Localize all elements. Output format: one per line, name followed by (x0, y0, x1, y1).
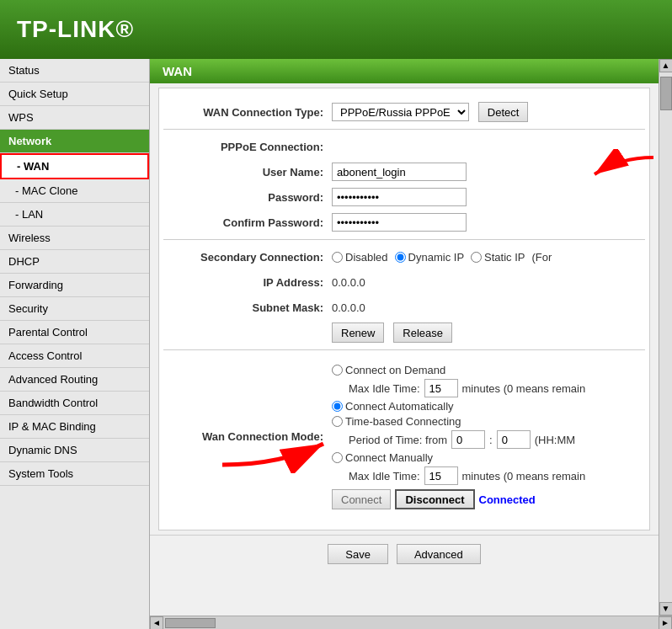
connection-mode-section: Connect on Demand Max Idle Time: minutes… (332, 364, 645, 509)
for-label: (For (531, 251, 552, 264)
username-label: User Name: (163, 166, 332, 179)
minutes-label-2: minutes (0 means remain (462, 470, 586, 482)
sidebar-item-network[interactable]: Network (0, 130, 149, 153)
ip-address-label: IP Address: (163, 276, 332, 289)
period-colon: : (489, 434, 493, 446)
time-based-option: Time-based Connecting (332, 415, 645, 428)
advanced-button[interactable]: Advanced (397, 544, 481, 564)
wan-connection-type-value: PPPoE/Russia PPPoE Detect (332, 102, 645, 122)
dynamic-ip-radio[interactable] (395, 252, 406, 263)
sidebar-item-wps[interactable]: WPS (0, 106, 149, 130)
detect-button[interactable]: Detect (478, 102, 529, 122)
sidebar-item-system-tools[interactable]: System Tools (0, 462, 149, 486)
page-title: WAN (150, 59, 659, 83)
scroll-thumb[interactable] (660, 77, 672, 110)
connect-manually-label: Connect Manually (345, 451, 433, 464)
static-ip-radio[interactable] (471, 252, 482, 263)
static-ip-label: Static IP (484, 251, 525, 264)
period-of-time-row: Period of Time: from : (HH:MM (349, 430, 645, 449)
sidebar: Status Quick Setup WPS Network - WAN - M… (0, 59, 150, 629)
secondary-connection-label: Secondary Connection: (163, 251, 332, 264)
renew-button[interactable]: Renew (332, 322, 384, 343)
disabled-option[interactable]: Disabled (332, 251, 388, 264)
save-button[interactable]: Save (328, 544, 388, 564)
hscroll-thumb[interactable] (165, 618, 216, 628)
content-area: WAN WAN Connection Type: PPPoE/Russia PP… (150, 59, 659, 616)
connect-automatically-radio[interactable] (332, 401, 343, 412)
confirm-password-input[interactable] (332, 213, 467, 232)
arrow-to-connect-auto (214, 414, 340, 473)
minutes-label-1: minutes (0 means remain (462, 382, 586, 395)
vertical-scrollbar[interactable]: ▲ ▼ (659, 59, 672, 616)
secondary-connection-options: Disabled Dynamic IP Static IP (332, 251, 645, 264)
sidebar-item-ip-mac-binding[interactable]: IP & MAC Binding (0, 415, 149, 439)
username-row: User Name: (163, 162, 645, 182)
dynamic-ip-option[interactable]: Dynamic IP (395, 251, 464, 264)
header: TP-LINK® (0, 0, 672, 59)
wan-form: WAN Connection Type: PPPoE/Russia PPPoE … (158, 88, 650, 530)
wan-connection-type-select[interactable]: PPPoE/Russia PPPoE (332, 103, 469, 121)
connect-on-demand-radio[interactable] (332, 365, 343, 376)
sidebar-item-security[interactable]: Security (0, 297, 149, 321)
scroll-up-button[interactable]: ▲ (659, 59, 673, 72)
sidebar-item-bandwidth-control[interactable]: Bandwidth Control (0, 392, 149, 415)
connect-disconnect-row: Connect Disconnect Connected (332, 489, 645, 509)
max-idle-time-input-2[interactable] (424, 466, 458, 485)
sidebar-item-quick-setup[interactable]: Quick Setup (0, 83, 149, 106)
password-input[interactable] (332, 188, 467, 206)
sidebar-item-parental-control[interactable]: Parental Control (0, 321, 149, 344)
period-to-input[interactable] (497, 430, 531, 449)
sidebar-item-mac-clone[interactable]: - MAC Clone (0, 179, 149, 203)
connect-automatically-label: Connect Automatically (345, 400, 454, 413)
wan-connection-type-label: WAN Connection Type: (163, 106, 332, 119)
confirm-password-row: Confirm Password: (163, 212, 645, 232)
confirm-password-label: Confirm Password: (163, 216, 332, 229)
hscroll-track (163, 616, 659, 629)
sidebar-item-advanced-routing[interactable]: Advanced Routing (0, 368, 149, 392)
subnet-mask-label: Subnet Mask: (163, 301, 332, 314)
sidebar-item-wireless[interactable]: Wireless (0, 227, 149, 250)
ip-address-value: 0.0.0.0 (332, 276, 365, 289)
bottom-bar: Save Advanced (150, 535, 659, 573)
time-based-label: Time-based Connecting (345, 415, 461, 428)
release-button[interactable]: Release (393, 322, 452, 343)
sidebar-item-access-control[interactable]: Access Control (0, 344, 149, 368)
connect-manually-option: Connect Manually (332, 451, 645, 464)
period-label: Period of Time: from (349, 434, 447, 446)
subnet-mask-value: 0.0.0.0 (332, 301, 365, 314)
secondary-connection-row: Secondary Connection: Disabled Dynamic I… (163, 247, 645, 267)
password-label: Password: (163, 191, 332, 204)
sidebar-item-dynamic-dns[interactable]: Dynamic DNS (0, 439, 149, 462)
horizontal-scrollbar[interactable]: ◄ ► (150, 616, 672, 629)
arrow-to-username (561, 149, 659, 200)
sidebar-item-forwarding[interactable]: Forwarding (0, 274, 149, 297)
disabled-label: Disabled (345, 251, 388, 264)
max-idle-time-row-1: Max Idle Time: minutes (0 means remain (349, 379, 645, 397)
max-idle-time-input-1[interactable] (424, 379, 458, 397)
connected-status: Connected (479, 493, 536, 506)
disabled-radio[interactable] (332, 252, 343, 263)
scroll-right-button[interactable]: ► (659, 616, 672, 630)
sidebar-item-dhcp[interactable]: DHCP (0, 250, 149, 274)
logo: TP-LINK® (17, 16, 134, 43)
sidebar-item-lan[interactable]: - LAN (0, 203, 149, 227)
connect-on-demand-label: Connect on Demand (345, 364, 445, 376)
subnet-mask-row: Subnet Mask: 0.0.0.0 (163, 297, 645, 317)
disconnect-button[interactable]: Disconnect (395, 489, 474, 509)
sidebar-item-wan[interactable]: - WAN (0, 153, 149, 179)
max-idle-time-row-2: Max Idle Time: minutes (0 means remain (349, 466, 645, 485)
pppoe-connection-label: PPPoE Connection: (163, 141, 332, 153)
renew-release-row: Renew Release (163, 322, 645, 343)
sidebar-item-status[interactable]: Status (0, 59, 149, 83)
period-from-input[interactable] (451, 430, 485, 449)
ip-address-row: IP Address: 0.0.0.0 (163, 272, 645, 292)
scroll-down-button[interactable]: ▼ (659, 602, 673, 616)
wan-connection-mode-row: Wan Connection Mode: Connect on Demand (163, 357, 645, 516)
static-ip-option[interactable]: Static IP (471, 251, 525, 264)
scroll-left-button[interactable]: ◄ (150, 616, 163, 630)
connect-button[interactable]: Connect (332, 489, 391, 509)
connect-on-demand-option: Connect on Demand (332, 364, 645, 376)
username-input[interactable] (332, 163, 467, 181)
max-idle-time-label-2: Max Idle Time: (349, 470, 420, 482)
max-idle-time-label-1: Max Idle Time: (349, 382, 420, 395)
